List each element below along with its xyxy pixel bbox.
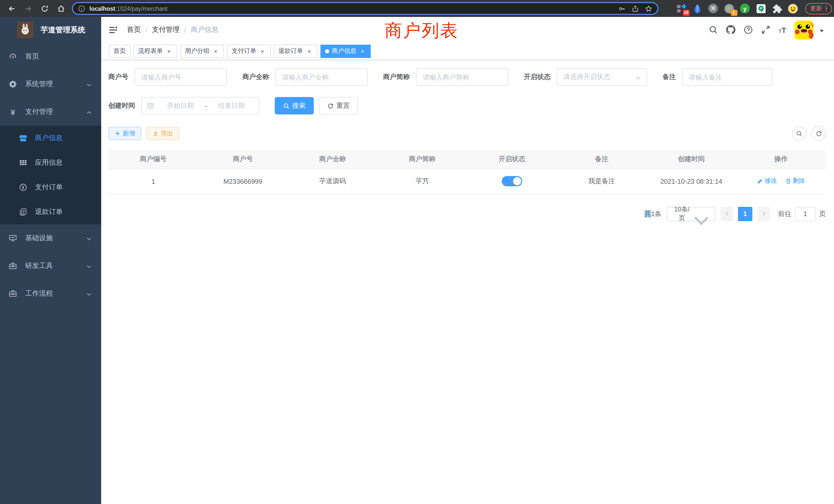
export-button[interactable]: 导出: [146, 127, 179, 140]
help-icon[interactable]: [744, 25, 753, 35]
tab-close-icon[interactable]: ×: [212, 47, 219, 55]
cell-remark: 我是备注: [557, 168, 646, 194]
create-time-label: 创建时间: [108, 101, 141, 110]
document-icon: [19, 208, 27, 216]
merchant-no-input[interactable]: [135, 68, 227, 86]
status-label: 开启状态: [524, 72, 557, 82]
tab-home[interactable]: 首页: [109, 44, 130, 58]
tab-close-icon[interactable]: ×: [306, 47, 313, 55]
sidebar-item-infra[interactable]: 基础设施: [0, 224, 101, 252]
remark-input[interactable]: [682, 68, 772, 86]
sidebar-item-home[interactable]: 首页: [0, 43, 101, 70]
select-caret-icon: [635, 74, 641, 80]
next-page-button[interactable]: [758, 207, 770, 221]
extension-blocks-icon[interactable]: 10: [676, 3, 686, 14]
sidebar-item-label: 支付管理: [25, 107, 53, 116]
tab-merchant-info-active[interactable]: 商户信息×: [321, 44, 371, 58]
delete-link[interactable]: 删除: [785, 177, 805, 186]
sidebar-logo-row[interactable]: 芋道管理系统: [0, 17, 101, 43]
breadcrumb-home[interactable]: 首页: [127, 25, 141, 35]
tab-process-form[interactable]: 流程表单×: [133, 44, 177, 58]
password-key-icon[interactable]: [618, 5, 626, 12]
font-size-icon[interactable]: TT: [779, 26, 786, 33]
sidebar-item-system[interactable]: 系统管理: [0, 70, 101, 98]
sidebar-item-label: 退款订单: [35, 207, 63, 216]
tab-close-icon[interactable]: ×: [359, 47, 366, 55]
status-select[interactable]: 请选择开启状态: [557, 68, 647, 86]
cell-full-name: 芋道源码: [288, 168, 377, 194]
sidebar-item-label: 应用信息: [35, 158, 63, 167]
chevron-left-icon: [724, 211, 729, 216]
browser-forward-icon[interactable]: [21, 2, 36, 15]
cell-short-name: 芋艿: [377, 168, 467, 194]
monitor-chart-icon: [9, 234, 17, 242]
toolbox-icon: [9, 262, 17, 270]
site-info-icon[interactable]: [78, 5, 85, 12]
page-number-1[interactable]: 1: [738, 207, 752, 221]
yen-icon: ¥: [9, 108, 17, 116]
refresh-table-button[interactable]: [811, 126, 826, 141]
sidebar-item-dev-tools[interactable]: 研发工具: [0, 252, 101, 280]
fullscreen-icon[interactable]: [761, 25, 771, 35]
browser-back-icon[interactable]: [4, 2, 20, 15]
sidebar-item-merchant-info[interactable]: 商户信息: [0, 126, 101, 151]
search-button[interactable]: 搜索: [275, 97, 314, 114]
tab-label: 退款订单: [278, 47, 303, 55]
search-icon: [283, 102, 290, 109]
browser-reload-icon[interactable]: [37, 2, 52, 15]
bookmark-star-icon[interactable]: [645, 5, 652, 12]
breadcrumb-payment[interactable]: 支付管理: [152, 25, 180, 35]
edit-link[interactable]: 修改: [757, 177, 777, 186]
page-size-select[interactable]: 10条/页: [666, 207, 716, 221]
profile-emoji-icon[interactable]: [788, 3, 798, 14]
avatar-caret-icon[interactable]: [818, 27, 825, 33]
extension-recorder-icon[interactable]: 1: [724, 3, 734, 14]
extension-y-icon[interactable]: y: [740, 3, 750, 14]
sidebar-item-workflow[interactable]: 工作流程: [0, 280, 101, 307]
sidebar: 芋道管理系统 首页 系统管理 ¥ 支付管理 商户信息: [0, 17, 101, 504]
date-separator: -: [203, 102, 209, 110]
chevron-right-icon: [761, 211, 766, 216]
github-icon[interactable]: [726, 25, 736, 35]
tab-label: 商户信息: [332, 47, 356, 55]
tab-pay-order[interactable]: 支付订单×: [227, 44, 271, 58]
prev-page-button[interactable]: [721, 207, 733, 221]
tab-close-icon[interactable]: ×: [259, 47, 266, 55]
create-time-range-picker[interactable]: 开始日期 - 结束日期: [141, 97, 259, 114]
sidebar-item-pay-order[interactable]: 支付订单: [0, 175, 101, 200]
address-bar[interactable]: localhost:1024/pay/merchant: [72, 2, 658, 15]
tab-refund-order[interactable]: 退款订单×: [274, 44, 317, 58]
sidebar-item-refund-order[interactable]: 退款订单: [0, 200, 101, 224]
header-search-icon[interactable]: [709, 25, 718, 35]
share-icon[interactable]: [632, 5, 639, 12]
sidebar-item-label: 研发工具: [25, 261, 53, 271]
extensions-puzzle-icon[interactable]: [772, 3, 782, 14]
show-search-toggle-button[interactable]: [792, 126, 806, 141]
date-start-placeholder: 开始日期: [158, 101, 203, 110]
add-button[interactable]: 新增: [108, 127, 141, 140]
browser-home-icon[interactable]: [53, 2, 69, 15]
sidebar-fold-icon[interactable]: [109, 26, 117, 35]
plus-icon: [114, 130, 121, 137]
sidebar-item-payment[interactable]: ¥ 支付管理: [0, 98, 101, 126]
reset-button[interactable]: 重置: [319, 97, 358, 114]
short-name-input[interactable]: [416, 68, 508, 86]
status-toggle-on[interactable]: [502, 176, 522, 186]
browser-update-button[interactable]: 更新: [805, 3, 832, 14]
extension-command-icon[interactable]: ⌘: [708, 3, 718, 14]
briefcase-icon: [9, 290, 17, 298]
goto-page-input[interactable]: [795, 207, 815, 221]
chevron-down-icon: [86, 235, 92, 241]
chevron-down-icon: [86, 263, 92, 269]
tab-user-group[interactable]: 用户分组×: [180, 44, 224, 58]
extension-chat-icon[interactable]: [756, 3, 766, 14]
sidebar-item-app-info[interactable]: 应用信息: [0, 151, 101, 175]
chevron-down-icon: [86, 291, 92, 296]
tab-close-icon[interactable]: ×: [166, 47, 173, 55]
col-remark: 备注: [557, 150, 646, 168]
extension-kite-icon[interactable]: [692, 3, 702, 14]
browser-menu-icon[interactable]: [826, 6, 827, 12]
full-name-input[interactable]: [275, 68, 368, 86]
user-avatar[interactable]: [794, 20, 813, 39]
col-merchant-no: 商户号: [198, 150, 288, 168]
